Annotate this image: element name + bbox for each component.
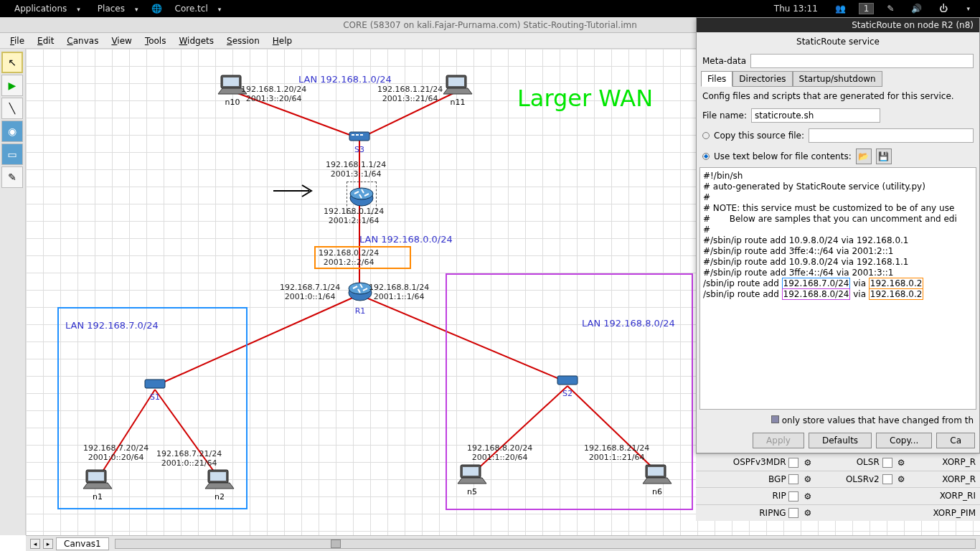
svg-marker-29 [83, 483, 112, 489]
lan-label-top: LAN 192.168.1.0/24 [298, 74, 392, 85]
menu-places[interactable]: Places▾ [89, 4, 147, 14]
canvas-tabs: ◂ ▸ Canvas1 [26, 535, 980, 551]
staticroute-dialog: StaticRoute on node R2 (n8) StaticRoute … [696, 17, 980, 453]
radio-copy-source[interactable] [702, 132, 710, 139]
copy-button[interactable]: Copy... [876, 433, 932, 448]
copy-source-input[interactable] [809, 128, 974, 143]
app-icon: 🌐 [147, 4, 166, 14]
dialog-description: Config files and scripts that are genera… [697, 87, 979, 105]
ip-r2-bot: 192.168.0.1/24 2001:2::1/64 [324, 207, 384, 225]
svc-xorp-r2: XORP_R [942, 474, 976, 484]
defaults-button[interactable]: Defaults [809, 433, 872, 448]
script-textarea[interactable]: #!/bin/sh # auto-generated by StaticRout… [699, 167, 976, 410]
svg-marker-16 [443, 88, 472, 94]
services-panel: OSPFv3MDR ⚙ OLSR ⚙ XORP_R BGP ⚙ OLSRv2 ⚙… [696, 453, 980, 521]
apply-button[interactable]: Apply [753, 433, 804, 448]
node-s2[interactable]: S2 [557, 374, 578, 398]
svg-rect-25 [145, 380, 165, 388]
filename-input[interactable] [751, 108, 880, 123]
menu-help[interactable]: Help [267, 34, 298, 47]
annotation-title: Larger WAN [517, 85, 653, 112]
svg-rect-15 [448, 77, 464, 86]
h-scrollbar[interactable] [115, 539, 976, 549]
store-checkbox[interactable] [771, 415, 779, 423]
tool-run[interactable]: ▶ [1, 75, 23, 96]
menu-file[interactable]: File [4, 34, 30, 47]
dialog-tabs: Files Directories Startup/shutdown [697, 71, 979, 87]
svc-xorp-ri: XORP_RI [940, 491, 976, 501]
menu-app[interactable]: Core.tcl▾ [166, 4, 230, 14]
tray-picker-icon[interactable]: ✎ [882, 4, 898, 14]
svc-xorp-r1: XORP_R [942, 457, 976, 467]
svc-check[interactable] [788, 458, 798, 468]
svc-rip: RIP [773, 491, 786, 501]
tool-annotate[interactable]: ✎ [1, 166, 23, 188]
svg-rect-17 [349, 132, 369, 141]
tool-switch[interactable]: ▭ [1, 143, 23, 165]
lan-label-mid: LAN 192.168.0.0/24 [359, 234, 453, 245]
node-n6[interactable]: n6 [641, 463, 673, 496]
ip-n5: 192.168.8.20/24 2001:1::20/64 [467, 443, 532, 462]
os-top-bar: Applications▾ Places▾ 🌐 Core.tcl▾ Thu 13… [0, 0, 980, 17]
svg-marker-38 [643, 478, 672, 484]
menu-widgets[interactable]: Widgets [173, 34, 220, 47]
tool-router[interactable]: ◉ [1, 121, 23, 142]
menu-view[interactable]: View [105, 34, 137, 47]
menu-edit[interactable]: Edit [32, 34, 60, 47]
ip-r2-top: 192.168.1.1/24 2001:3::1/64 [326, 160, 386, 179]
svg-rect-37 [648, 467, 664, 476]
tray-power-icon[interactable]: ⏻ [935, 4, 952, 14]
svc-olsr: OLSR [857, 457, 880, 467]
radio-use-text[interactable]: ◆ [702, 153, 710, 160]
ip-r1-r: 192.168.8.1/24 2001:1::1/64 [369, 283, 429, 301]
node-n5[interactable]: n5 [456, 463, 488, 496]
tool-link[interactable]: ╲ [1, 98, 23, 119]
save-file-icon[interactable]: 💾 [876, 149, 892, 164]
tab-scroll-right[interactable]: ▸ [43, 539, 53, 549]
cancel-button[interactable]: Ca [936, 433, 975, 448]
dialog-title[interactable]: StaticRoute on node R2 (n8) [697, 18, 979, 32]
menu-canvas[interactable]: Canvas [61, 34, 104, 47]
filename-label: File name: [702, 110, 747, 121]
dialog-subtitle: StaticRoute service [697, 32, 979, 51]
tab-files[interactable]: Files [701, 71, 732, 87]
menu-session[interactable]: Session [221, 34, 265, 47]
svg-rect-34 [463, 467, 479, 476]
menu-applications[interactable]: Applications▾ [6, 4, 89, 14]
left-toolbar: ↖ ▶ ╲ ◉ ▭ ✎ [0, 49, 26, 535]
gear-icon[interactable]: ⚙ [801, 458, 811, 468]
svg-rect-19 [356, 134, 359, 136]
tab-directories[interactable]: Directories [732, 71, 792, 87]
tab-startup[interactable]: Startup/shutdown [793, 71, 882, 87]
node-n11[interactable]: n11 [442, 74, 473, 107]
meta-label: Meta-data [702, 56, 746, 66]
tool-select[interactable]: ↖ [1, 52, 23, 73]
node-n2[interactable]: n2 [204, 468, 235, 501]
svg-rect-18 [352, 134, 354, 136]
tab-canvas1[interactable]: Canvas1 [56, 537, 109, 550]
use-text-label: Use text below for file contents: [714, 151, 852, 161]
node-s3[interactable]: S3 [349, 130, 370, 154]
tray-users-icon[interactable]: 👥 [831, 4, 850, 14]
workspace-indicator[interactable]: 1 [859, 3, 875, 14]
meta-input[interactable] [750, 54, 974, 68]
ip-n11: 192.168.1.21/24 2001:3::21/64 [377, 85, 443, 103]
tray-menu-icon[interactable]: ▾ [962, 5, 974, 12]
node-n1[interactable]: n1 [82, 468, 113, 501]
svg-rect-20 [360, 134, 363, 136]
svg-rect-28 [88, 472, 104, 481]
tab-scroll-left[interactable]: ◂ [30, 539, 40, 549]
svc-olsrv2: OLSRv2 [846, 474, 880, 484]
copy-source-label: Copy this source file: [714, 131, 804, 141]
node-s1[interactable]: S1 [144, 377, 166, 402]
ip-n2: 192.168.7.21/24 2001:0::21/64 [156, 449, 222, 468]
ip-n1: 192.168.7.20/24 2001:0::20/64 [83, 443, 149, 462]
clock: Thu 13:11 [770, 4, 822, 14]
open-file-icon[interactable]: 📂 [856, 149, 872, 164]
tray-volume-icon[interactable]: 🔊 [907, 4, 926, 14]
svc-bgp: BGP [768, 474, 786, 484]
ip-n10: 192.168.1.20/24 2001:3::20/64 [241, 85, 306, 103]
svg-rect-26 [557, 376, 578, 385]
menu-tools[interactable]: Tools [139, 34, 172, 47]
svc-ripng: RIPNG [759, 508, 786, 518]
